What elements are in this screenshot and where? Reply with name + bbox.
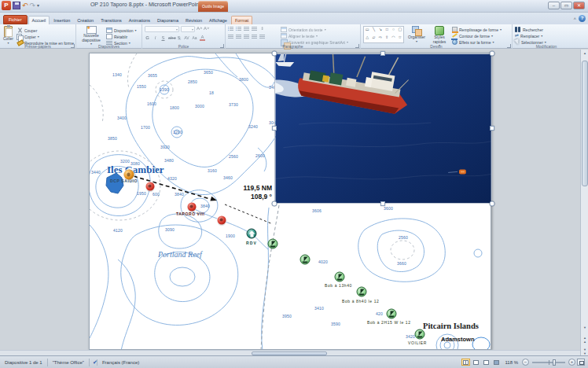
restore-button[interactable]: ▭	[560, 2, 572, 9]
shape-arc-icon[interactable]: ◠	[390, 35, 396, 42]
zoom-slider[interactable]	[532, 362, 565, 363]
shape-circle-icon[interactable]: ○	[390, 27, 396, 35]
numbering-icon[interactable]	[236, 26, 241, 31]
new-slide-button[interactable]: Nouvelle diapositive ▾	[79, 26, 104, 43]
shape-triangle-icon[interactable]: △	[364, 35, 370, 42]
underline-button[interactable]: S	[160, 35, 166, 40]
selection-handle[interactable]	[490, 201, 495, 207]
next-slide-button[interactable]: ▼▼	[581, 348, 588, 355]
shape-arrow-right-icon[interactable]: ⇨	[377, 35, 384, 42]
reset-button[interactable]: Rétablir	[106, 34, 136, 39]
columns-icon[interactable]	[259, 34, 265, 39]
tab-révision[interactable]: Révision	[182, 17, 205, 24]
shape-star-icon[interactable]: ☆	[397, 35, 403, 42]
font-family-combo[interactable]	[145, 26, 179, 32]
selection-handle[interactable]	[490, 126, 494, 131]
tab-transitions[interactable]: Transitions	[97, 17, 125, 24]
spellcheck-icon[interactable]: ✔	[90, 359, 97, 366]
justify-icon[interactable]	[252, 34, 257, 39]
save-icon[interactable]	[13, 2, 20, 9]
cut-button[interactable]: Couper	[17, 28, 74, 33]
text-direction-button[interactable]: Orientation du texte ▾	[281, 27, 348, 32]
tab-fichier[interactable]: Fichier	[3, 15, 28, 24]
language-indicator[interactable]: Français (France)	[97, 359, 144, 366]
tab-accueil[interactable]: Accueil	[28, 16, 50, 24]
grow-font-button[interactable]: A˄	[197, 26, 202, 32]
shrink-font-button[interactable]: A˅	[204, 26, 209, 32]
font-size-combo[interactable]	[181, 26, 195, 32]
find-button[interactable]: Rechercher	[515, 27, 546, 32]
selection-handle[interactable]	[272, 201, 277, 207]
line-spacing-icon[interactable]: ⇕	[259, 26, 265, 31]
replace-button[interactable]: ⇄Remplacer ▾	[515, 33, 546, 39]
zoom-out-button[interactable]: −	[522, 359, 529, 366]
character-spacing-button[interactable]: AV	[184, 35, 189, 40]
collapse-ribbon-icon[interactable]: ˄	[573, 17, 576, 21]
strikethrough-button[interactable]: abc	[168, 35, 174, 40]
tab-affichage[interactable]: Affichage	[206, 17, 230, 24]
selection-handle[interactable]	[380, 201, 385, 206]
scroll-down-icon[interactable]: ▼	[581, 324, 588, 332]
dialog-launcher-icon[interactable]	[507, 44, 511, 48]
minimize-button[interactable]: –	[548, 2, 560, 9]
fit-to-window-button[interactable]	[577, 359, 585, 366]
slide-sorter-view-button[interactable]	[472, 359, 480, 366]
shapes-gallery[interactable]: ▭ ╲ ↘ □ ○ ▢ △ ▱ ⇨ ⇧ ◠ ☆	[363, 26, 404, 43]
selection-handle[interactable]	[490, 51, 495, 57]
slideshow-view-button[interactable]	[492, 359, 501, 366]
align-left-icon[interactable]	[228, 34, 233, 39]
tab-format[interactable]: Format	[231, 16, 252, 24]
selection-handle[interactable]	[380, 51, 385, 56]
text-shadow-button[interactable]: S	[176, 35, 182, 40]
bullets-icon[interactable]	[228, 26, 233, 31]
shape-line-icon[interactable]: ╲	[370, 27, 377, 35]
aerial-photo[interactable]	[274, 53, 492, 204]
change-case-button[interactable]: Aa	[192, 35, 197, 40]
decrease-indent-icon[interactable]	[244, 26, 249, 31]
shape-parallelogram-icon[interactable]: ▱	[370, 35, 377, 42]
previous-slide-button[interactable]: ▲▲	[581, 336, 588, 344]
theme-name[interactable]: "Thème Office"	[48, 359, 90, 366]
dialog-launcher-icon[interactable]	[355, 44, 359, 48]
zoom-level[interactable]: 118 %	[502, 360, 520, 365]
copy-button[interactable]: Copier ▾	[17, 34, 74, 39]
bold-button[interactable]: G	[145, 35, 150, 40]
arrange-button[interactable]: Organiser▾	[406, 26, 427, 43]
align-text-button[interactable]: Aligner le texte ▾	[281, 33, 348, 39]
quick-styles-button[interactable]: Styles rapides▾	[429, 26, 450, 43]
paste-button[interactable]: Coller ▾	[2, 26, 14, 43]
tab-animations[interactable]: Animations	[126, 17, 153, 24]
normal-view-button[interactable]	[461, 359, 470, 366]
zoom-in-button[interactable]: +	[568, 359, 575, 366]
italic-button[interactable]: I	[153, 35, 158, 40]
horizontal-scrollbar[interactable]	[0, 350, 580, 355]
scroll-up-icon[interactable]: ▲	[581, 50, 588, 57]
slide-canvas[interactable]: 119,5 NM 108,9 ° 13403655365028501550139…	[89, 53, 491, 350]
selection-handle[interactable]	[272, 51, 277, 57]
tab-insertion[interactable]: Insertion	[50, 17, 73, 24]
powerpoint-icon[interactable]: P	[2, 1, 11, 10]
zoom-slider-thumb[interactable]	[553, 359, 556, 366]
tab-création[interactable]: Création	[74, 17, 97, 24]
shape-fill-button[interactable]: Remplissage de forme ▾	[452, 27, 502, 32]
shape-rectangle-icon[interactable]: ▭	[364, 27, 370, 35]
reading-view-button[interactable]	[482, 359, 491, 366]
redo-icon[interactable]: ↷	[30, 1, 36, 10]
selection-handle[interactable]	[272, 126, 277, 131]
qat-customize-icon[interactable]: ▾	[37, 1, 39, 10]
vertical-scroll-thumb[interactable]	[582, 61, 588, 186]
shape-rounded-icon[interactable]: ▢	[397, 27, 403, 35]
close-button[interactable]: ✕	[573, 2, 585, 9]
help-icon[interactable]: ?	[579, 15, 586, 22]
align-center-icon[interactable]	[236, 34, 241, 39]
tab-diaporama[interactable]: Diaporama	[154, 17, 182, 24]
shape-square-icon[interactable]: □	[384, 27, 390, 35]
shape-arrow-up-icon[interactable]: ⇧	[384, 35, 390, 42]
shape-arrow-icon[interactable]: ↘	[377, 27, 384, 35]
font-color-button[interactable]: A	[200, 35, 205, 41]
shape-outline-button[interactable]: Contour de forme ▾	[452, 33, 502, 39]
vertical-scrollbar[interactable]: ▲ ▼ ▲▲ ▼▼	[580, 50, 588, 355]
increase-indent-icon[interactable]	[252, 26, 257, 31]
align-right-icon[interactable]	[244, 34, 249, 39]
layout-button[interactable]: Disposition ▾	[106, 28, 136, 33]
